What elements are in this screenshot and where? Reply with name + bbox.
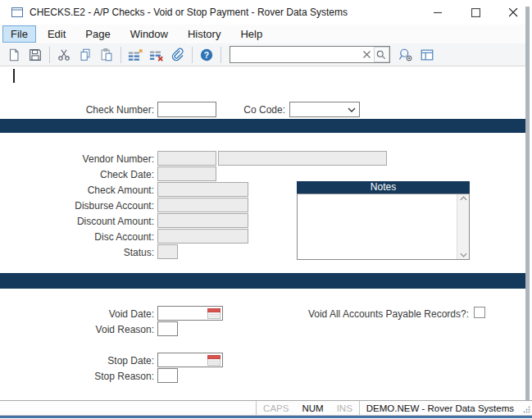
notes-header: Notes xyxy=(297,181,470,194)
help-icon: ? xyxy=(199,48,214,62)
section-divider-band xyxy=(0,273,525,289)
paste-icon xyxy=(99,48,114,62)
stop-date-input[interactable] xyxy=(158,354,207,366)
window-icon[interactable] xyxy=(11,7,23,17)
status-label: Status: xyxy=(33,245,154,260)
menu-bar: File Edit Page Window History Help xyxy=(0,25,525,43)
delete-detail-button[interactable] xyxy=(146,45,167,65)
stop-reason-input[interactable] xyxy=(157,368,178,383)
minimize-icon xyxy=(434,8,443,17)
void-date-field[interactable] xyxy=(157,306,223,321)
discount-amount-input xyxy=(157,213,248,228)
insert-detail-icon xyxy=(127,48,143,62)
ins-indicator: INS xyxy=(330,401,359,415)
disburse-account-input xyxy=(157,198,248,212)
clear-icon xyxy=(363,51,371,58)
status-message-area xyxy=(0,401,257,415)
disc-account-input xyxy=(157,229,248,244)
toolbar-separator xyxy=(192,47,193,63)
form-layout-button[interactable] xyxy=(416,45,438,65)
check-amount-input xyxy=(157,182,248,197)
void-reason-input[interactable] xyxy=(157,321,178,336)
copy-icon xyxy=(78,48,93,62)
title-bar: CHECKS.E2 - A/P Checks - Void or Stop Pa… xyxy=(0,0,532,25)
calendar-icon[interactable] xyxy=(207,308,221,319)
search-view-icon xyxy=(398,48,414,62)
menu-help[interactable]: Help xyxy=(232,25,271,43)
toolbar: ? xyxy=(0,43,525,66)
attachment-icon xyxy=(171,48,185,62)
disc-account-label: Disc Account: xyxy=(33,230,154,244)
void-all-label: Void All Accounts Payable Records?: xyxy=(262,307,469,321)
stop-date-label: Stop Date: xyxy=(33,353,154,368)
attachment-button[interactable] xyxy=(167,45,189,65)
search-input[interactable] xyxy=(230,48,361,61)
notes-panel xyxy=(297,194,470,260)
menu-page[interactable]: Page xyxy=(77,25,118,43)
paste-button[interactable] xyxy=(96,45,117,65)
menu-window[interactable]: Window xyxy=(122,25,176,43)
copy-button[interactable] xyxy=(75,45,96,65)
text-cursor xyxy=(13,69,15,83)
void-reason-label: Void Reason: xyxy=(33,322,154,337)
toolbar-separator xyxy=(120,47,121,63)
minimize-button[interactable] xyxy=(419,0,457,25)
new-document-icon xyxy=(7,48,21,62)
stop-reason-label: Stop Reason: xyxy=(33,369,154,384)
status-bar: CAPS NUM INS DEMO.NEW - Rover Data Syste… xyxy=(0,400,532,416)
cut-button[interactable] xyxy=(53,45,75,65)
vendor-name-input xyxy=(218,151,387,166)
toolbar-search xyxy=(230,46,390,63)
disburse-account-label: Disburse Account: xyxy=(33,198,154,213)
close-icon xyxy=(509,8,518,17)
menu-file[interactable]: File xyxy=(2,25,36,43)
discount-amount-label: Discount Amount: xyxy=(33,214,154,229)
check-number-label: Check Number: xyxy=(33,102,154,117)
resize-grip[interactable] xyxy=(521,401,532,415)
window-bottom-border xyxy=(0,416,532,418)
notes-scrollbar[interactable] xyxy=(457,194,469,259)
void-all-checkbox[interactable] xyxy=(474,307,485,318)
co-code-select[interactable] xyxy=(289,102,360,117)
search-view-button[interactable] xyxy=(395,45,416,65)
toolbar-separator xyxy=(221,47,221,63)
delete-detail-icon xyxy=(148,48,165,62)
maximize-button[interactable] xyxy=(457,0,494,25)
void-date-label: Void Date: xyxy=(33,307,154,321)
form-layout-icon xyxy=(420,48,434,62)
section-divider-band xyxy=(0,119,525,133)
vendor-number-label: Vendor Number: xyxy=(33,152,154,166)
save-button[interactable] xyxy=(25,45,46,65)
search-submit-button[interactable] xyxy=(374,47,389,62)
window-title: CHECKS.E2 - A/P Checks - Void or Stop Pa… xyxy=(30,7,348,18)
num-indicator: NUM xyxy=(295,401,330,415)
app-window: CHECKS.E2 - A/P Checks - Void or Stop Pa… xyxy=(0,0,532,419)
resize-grip-icon xyxy=(523,406,530,413)
void-date-input[interactable] xyxy=(158,307,207,319)
scroll-down-icon[interactable] xyxy=(460,253,467,257)
search-clear-button[interactable] xyxy=(361,47,374,62)
check-date-input xyxy=(157,166,216,181)
caps-indicator: CAPS xyxy=(257,401,295,415)
search-icon xyxy=(376,50,386,60)
maximize-icon xyxy=(471,8,480,17)
chevron-down-icon xyxy=(344,107,359,112)
calendar-icon[interactable] xyxy=(207,355,221,366)
form-area: Check Number: Co Code: Vendor Number: Ch… xyxy=(0,66,525,400)
check-date-label: Check Date: xyxy=(33,167,154,182)
vendor-number-input xyxy=(157,151,216,166)
co-code-label: Co Code: xyxy=(203,102,285,117)
scroll-up-icon[interactable] xyxy=(460,196,467,201)
status-input xyxy=(157,244,178,259)
window-right-border xyxy=(525,7,530,400)
menu-edit[interactable]: Edit xyxy=(39,25,74,43)
toolbar-separator xyxy=(49,47,50,63)
stop-date-field[interactable] xyxy=(157,353,223,367)
cut-icon xyxy=(57,48,71,62)
menu-history[interactable]: History xyxy=(180,25,229,43)
session-label: DEMO.NEW - Rover Data Systems xyxy=(359,401,521,415)
notes-textarea[interactable] xyxy=(298,194,457,259)
new-document-button[interactable] xyxy=(3,45,25,65)
insert-detail-button[interactable] xyxy=(125,45,146,65)
help-button[interactable]: ? xyxy=(196,45,217,65)
